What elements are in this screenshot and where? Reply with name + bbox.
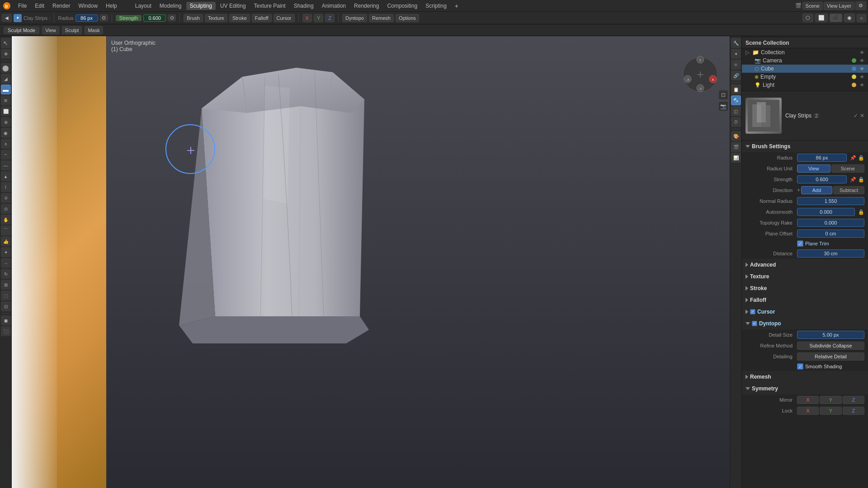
stroke-btn[interactable]: Stroke <box>229 14 250 22</box>
add-workspace-btn[interactable]: + <box>451 1 462 10</box>
direction-subtract-btn[interactable]: Subtract <box>833 186 864 194</box>
blender-logo[interactable]: B <box>2 1 12 11</box>
tab-shading[interactable]: Shading <box>290 2 317 10</box>
outliner-item-light[interactable]: 💡 Light 👁 <box>742 81 868 89</box>
detail-size-value[interactable]: 5.00 px <box>797 331 864 339</box>
tool-clay-strips[interactable]: ≡ <box>1 95 11 105</box>
tool-flatten[interactable]: — <box>1 160 11 170</box>
radius-toggle[interactable]: ⊙ <box>100 14 108 21</box>
radius-unit-scene-btn[interactable]: Scene <box>831 164 865 173</box>
brush-btn[interactable]: Brush <box>184 14 203 22</box>
normal-radius-value[interactable]: 1.550 <box>797 197 864 205</box>
strength-prop-value[interactable]: 0.600 <box>797 175 847 183</box>
tool-draw-sharp[interactable]: ◢ <box>1 74 11 84</box>
remesh-btn[interactable]: Remesh <box>369 14 394 22</box>
lock-y-btn[interactable]: Y <box>820 407 841 415</box>
view-btn[interactable]: View <box>42 26 59 34</box>
mirror-x-btn[interactable]: X <box>797 396 819 404</box>
tool-multiplane-scrape[interactable]: ∓ <box>1 193 11 203</box>
tab-modeling[interactable]: Modeling <box>156 2 185 10</box>
camera-visibility[interactable]: 👁 <box>860 58 864 63</box>
stroke-header[interactable]: Stroke <box>742 282 868 294</box>
viewport-shading-wire[interactable]: ⬜ <box>815 14 828 22</box>
mirror-y-btn[interactable]: Y <box>820 396 841 404</box>
outliner-item-camera[interactable]: 📷 Camera 👁 <box>742 56 868 65</box>
tool-snake-hook[interactable]: ⌒ <box>1 225 11 235</box>
outliner-icon-btn[interactable]: 📋 <box>731 84 741 94</box>
tool-blob[interactable]: ◉ <box>1 128 11 138</box>
tool-scrape[interactable]: ⌇ <box>1 182 11 192</box>
empty-visibility[interactable]: 👁 <box>860 75 864 80</box>
autosmooth-value[interactable]: 0.000 <box>797 208 855 216</box>
strength-toggle[interactable]: ⊙ <box>168 14 176 21</box>
tool-nudge[interactable]: → <box>1 258 11 268</box>
detailing-value[interactable]: Relative Detail <box>797 352 864 361</box>
constraint-z[interactable]: Z <box>325 14 335 22</box>
sculpt-btn[interactable]: Sculpt <box>62 26 82 34</box>
tab-texture-paint[interactable]: Texture Paint <box>250 2 289 10</box>
menu-help[interactable]: Help <box>102 2 121 10</box>
plane-offset-value[interactable]: 0 cm <box>797 230 864 238</box>
texture-btn[interactable]: Texture <box>205 14 227 22</box>
mirror-z-btn[interactable]: Z <box>843 396 864 404</box>
render-icon-btn[interactable]: 🎬 <box>731 142 741 152</box>
dyntopo-btn[interactable]: Dyntopo <box>342 14 367 22</box>
tool-pose[interactable]: ✦ <box>1 247 11 257</box>
tool-thumb[interactable]: 👍 <box>1 236 11 246</box>
lock-x-btn[interactable]: X <box>797 407 819 415</box>
viewport-shading-material[interactable]: ◉ <box>844 14 855 22</box>
viewport[interactable]: User Orthographic (1) Cube <box>12 36 730 488</box>
sculpt-icon-btn[interactable]: 🎨 <box>731 131 741 141</box>
properties-physics-btn[interactable]: ⚛ <box>731 60 741 70</box>
data-icon-btn[interactable]: 📊 <box>731 153 741 163</box>
cursor-header[interactable]: ✓ Cursor <box>742 306 868 318</box>
options-btn[interactable]: Options <box>396 14 419 22</box>
symmetry-header[interactable]: Symmetry <box>742 383 868 394</box>
tab-layout[interactable]: Layout <box>132 2 155 10</box>
viewport-shading-solid[interactable]: ⬛ <box>830 14 842 22</box>
refine-method-value[interactable]: Subdivide Collapse <box>797 342 864 350</box>
constraint-y[interactable]: Y <box>314 14 323 22</box>
tab-compositing[interactable]: Compositing <box>383 2 421 10</box>
tool-pinch[interactable]: ⊙ <box>1 204 11 214</box>
outliner-item-empty[interactable]: ⊕ Empty 👁 <box>742 73 868 81</box>
tool-boundary[interactable]: ⬚ <box>1 291 11 300</box>
advanced-header[interactable]: Advanced <box>742 259 868 271</box>
menu-file[interactable]: File <box>14 2 30 10</box>
tab-scripting[interactable]: Scripting <box>422 2 450 10</box>
properties-particles-btn[interactable]: ✦ <box>731 49 741 59</box>
brush-settings-header[interactable]: Brush Settings <box>742 141 868 152</box>
menu-edit[interactable]: Edit <box>31 2 48 10</box>
strength-pin-icon[interactable]: 📌 <box>850 177 856 183</box>
tool-topology[interactable]: ⊞ <box>1 280 11 290</box>
tool-layer[interactable]: ⬜ <box>1 106 11 116</box>
dyntopo-checkbox[interactable]: ✓ <box>752 321 757 326</box>
collection-visibility[interactable]: 👁 <box>860 50 864 55</box>
tab-sculpting[interactable]: Sculpting <box>186 2 216 10</box>
radius-prop-value[interactable]: 86 px <box>797 154 847 162</box>
scene-label[interactable]: Scene <box>802 2 823 10</box>
brush-settings-check[interactable]: ✓ <box>854 113 858 119</box>
constraint-x[interactable]: X <box>302 14 312 22</box>
mode-select[interactable]: Sculpt Mode <box>4 27 39 34</box>
tool-simplify[interactable]: ⊡ <box>1 301 11 311</box>
menu-render[interactable]: Render <box>49 2 74 10</box>
lock-z-btn[interactable]: Z <box>843 407 864 415</box>
radius-unit-view-btn[interactable]: View <box>797 164 830 173</box>
tab-rendering[interactable]: Rendering <box>350 2 382 10</box>
radius-lock-icon[interactable]: 🔒 <box>858 155 864 161</box>
view-layer-label[interactable]: View Layer <box>824 2 854 10</box>
camera-btn[interactable]: 📷 <box>719 102 728 111</box>
zoom-to-fit-btn[interactable]: ⊡ <box>719 90 728 99</box>
timeline-icon-btn[interactable]: ⏱ <box>731 117 741 127</box>
tool-select[interactable]: ↖ <box>1 38 11 48</box>
plane-trim-checkbox[interactable]: ✓ <box>797 240 803 247</box>
properties-icon-btn[interactable]: 🔩 <box>731 95 741 105</box>
tools-toggle-btn[interactable]: ◀ <box>2 14 12 22</box>
remesh-header[interactable]: Remesh <box>742 371 868 383</box>
strength-value[interactable]: 0.600 <box>143 14 166 22</box>
tool-rotate[interactable]: ↻ <box>1 269 11 279</box>
tab-uv-editing[interactable]: UV Editing <box>217 2 250 10</box>
compositor-icon-btn[interactable]: ◫ <box>731 106 741 116</box>
outliner-item-collection[interactable]: ▷ 📁 Collection 👁 <box>742 48 868 56</box>
